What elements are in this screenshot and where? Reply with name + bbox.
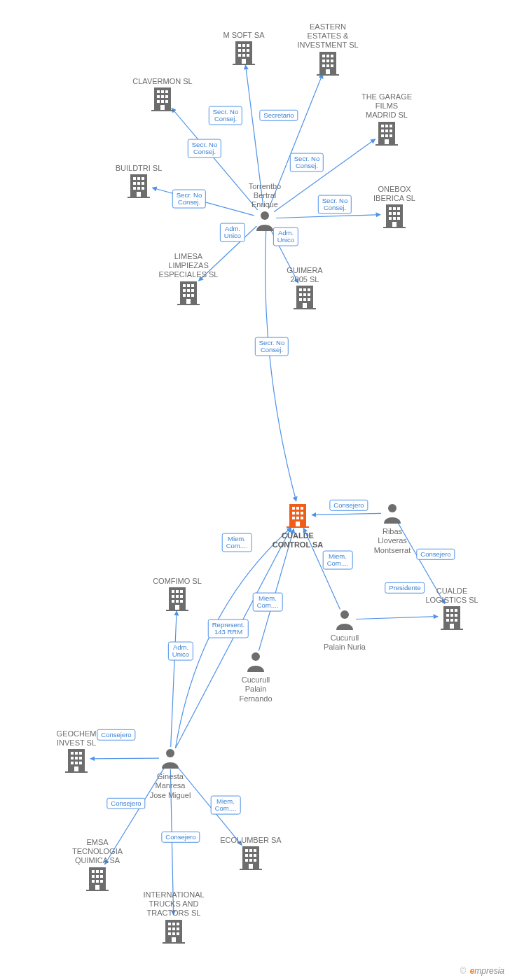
node-m_soft[interactable]: M SOFT SA [205, 29, 282, 67]
svg-rect-93 [187, 294, 190, 297]
node-ecolumber[interactable]: ECOLUMBER SA [212, 834, 289, 872]
svg-rect-67 [142, 182, 144, 185]
svg-rect-165 [92, 875, 95, 878]
svg-rect-58 [390, 134, 392, 137]
node-clavermon[interactable]: CLAVERMON SL [124, 76, 201, 113]
node-label: M SOFT SA [205, 31, 282, 40]
node-guimera[interactable]: GUIMERA2005 SL [266, 265, 343, 312]
edge-label: Consejero [416, 549, 455, 560]
svg-rect-146 [79, 762, 82, 764]
svg-rect-156 [245, 859, 248, 862]
svg-rect-43 [165, 95, 168, 98]
svg-rect-118 [450, 619, 453, 622]
edge-label: Secr. No Consej. [188, 139, 221, 158]
svg-rect-162 [92, 870, 95, 873]
building-icon [383, 203, 406, 228]
svg-rect-82 [397, 217, 400, 220]
svg-rect-182 [177, 932, 179, 935]
svg-rect-148 [65, 771, 88, 773]
svg-rect-138 [71, 752, 74, 755]
svg-rect-102 [303, 293, 306, 296]
node-cualde_logistics[interactable]: CUALDELOGISTICS SL [413, 585, 490, 633]
svg-rect-78 [393, 212, 396, 215]
node-label: GUIMERA2005 SL [266, 266, 343, 284]
svg-rect-69 [137, 187, 140, 190]
svg-rect-114 [446, 614, 449, 617]
node-label: CucurullPalain Nuria [306, 634, 383, 652]
svg-rect-153 [245, 854, 248, 857]
node-garage_films[interactable]: THE GARAGEFILMSMADRID SL [348, 91, 425, 148]
svg-rect-181 [172, 932, 175, 935]
svg-rect-168 [92, 880, 95, 883]
svg-rect-42 [161, 95, 164, 98]
svg-point-123 [251, 652, 260, 661]
edge-label: Miem. Com.... [323, 551, 353, 570]
svg-rect-134 [175, 605, 179, 610]
svg-rect-150 [245, 849, 248, 852]
svg-rect-155 [254, 854, 256, 857]
svg-rect-91 [191, 289, 194, 292]
svg-rect-30 [326, 59, 329, 62]
diagram-canvas[interactable]: CUALDECONTROL SATorrentboBertralEnrique … [0, 0, 510, 980]
svg-rect-32 [322, 64, 325, 67]
svg-rect-133 [180, 600, 183, 603]
svg-rect-178 [172, 927, 175, 930]
svg-rect-16 [247, 44, 249, 47]
edge-label: Consejero [97, 729, 135, 741]
svg-rect-177 [168, 927, 171, 930]
node-cucurull_nuria[interactable]: CucurullPalain Nuria [306, 609, 383, 652]
svg-rect-159 [249, 864, 253, 869]
svg-rect-62 [133, 177, 136, 180]
svg-rect-108 [294, 308, 316, 309]
building-icon [86, 866, 109, 891]
node-ginesta[interactable]: GinestaManresaJose Miguel [132, 748, 209, 800]
building-icon [294, 284, 316, 309]
svg-rect-98 [299, 288, 302, 291]
svg-rect-72 [127, 197, 150, 198]
svg-rect-167 [100, 875, 103, 878]
svg-rect-83 [392, 222, 397, 227]
svg-rect-56 [381, 134, 384, 137]
node-label: GinestaManresaJose Miguel [132, 772, 209, 800]
svg-rect-2 [296, 507, 299, 510]
node-limesa[interactable]: LIMESALIMPIEZASESPECIALES SL [150, 251, 227, 307]
node-onebox[interactable]: ONEBOXIBERICA SL [356, 183, 433, 231]
svg-rect-71 [137, 192, 141, 197]
svg-rect-31 [331, 59, 333, 62]
node-cualde_control[interactable]: CUALDECONTROL SA [259, 503, 336, 550]
node-label: EASTERNESTATES &INVESTMENT SL [289, 22, 366, 50]
svg-rect-170 [100, 880, 103, 883]
svg-rect-174 [168, 923, 171, 925]
node-eastern[interactable]: EASTERNESTATES &INVESTMENT SL [289, 21, 366, 78]
svg-rect-26 [322, 55, 325, 57]
svg-rect-96 [177, 304, 200, 305]
building-icon [441, 605, 463, 630]
edge-label: Secr. No Consej. [255, 337, 289, 356]
svg-rect-50 [381, 125, 384, 127]
building-icon [127, 173, 150, 198]
svg-rect-63 [137, 177, 140, 180]
svg-rect-111 [446, 609, 449, 612]
svg-rect-38 [157, 90, 160, 93]
node-itt[interactable]: INTERNATIONALTRUCKS ANDTRACTORS SL [135, 889, 212, 946]
svg-rect-59 [385, 139, 389, 144]
svg-rect-75 [393, 207, 396, 210]
svg-rect-143 [79, 757, 82, 760]
building-icon [163, 918, 185, 944]
node-emsa[interactable]: EMSATECNOLOGIAQUIMICA SA [59, 836, 136, 893]
svg-rect-145 [75, 762, 78, 764]
node-cucurull_fernando[interactable]: CucurullPalainFernando [217, 651, 294, 704]
node-buildtri[interactable]: BUILDTRI SL [100, 162, 177, 200]
node-comfimo[interactable]: COMFIMO SL [139, 575, 216, 613]
svg-rect-105 [303, 298, 306, 301]
svg-rect-60 [375, 144, 398, 146]
svg-rect-7 [292, 517, 295, 519]
svg-rect-130 [180, 595, 183, 598]
svg-rect-33 [326, 64, 329, 67]
svg-rect-106 [308, 298, 310, 301]
svg-rect-175 [172, 923, 175, 925]
svg-rect-163 [96, 870, 99, 873]
building-icon [177, 280, 200, 305]
node-label: TorrentboBertralEnrique [226, 182, 303, 210]
copyright-symbol: © [460, 966, 466, 976]
